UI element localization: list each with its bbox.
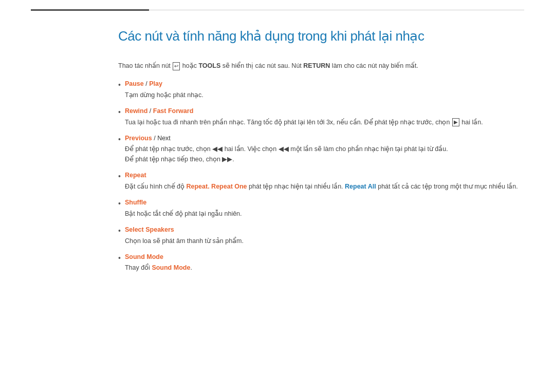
bullet-select-speakers: •	[118, 226, 121, 236]
play-icon-small: ▶	[452, 118, 459, 126]
repeat-desc-all: Repeat All	[345, 183, 376, 190]
list-item-repeat: • Repeat Đặt cấu hình chế độ Repeat. Rep…	[118, 171, 524, 192]
next-label: Next	[157, 135, 171, 142]
bullet-rewind: •	[118, 107, 121, 118]
bullet-pause-play: •	[118, 80, 121, 90]
bullet-sound-mode: •	[118, 253, 121, 264]
pause-label: Pause	[125, 80, 144, 87]
return-label: RETURN	[303, 62, 330, 69]
separator-previous: /	[152, 135, 157, 142]
shuffle-label: Shuffle	[125, 199, 146, 206]
fastforward-label: Fast Forward	[153, 107, 194, 115]
top-bar	[0, 0, 555, 11]
bullet-shuffle: •	[118, 198, 121, 209]
feature-title-sound-mode: Sound Mode	[125, 252, 524, 262]
list-item-previous-next: • Previous / Next Để phát tệp nhạc trước…	[118, 134, 524, 165]
top-bar-right-line	[149, 10, 524, 10]
feature-desc-sound-mode: Thay đổi Sound Mode.	[125, 263, 524, 273]
feature-title-shuffle: Shuffle	[125, 198, 524, 208]
feature-content-shuffle: Shuffle Bật hoặc tắt chế độ phát lại ngẫ…	[125, 198, 524, 219]
separator-pause-play: /	[144, 80, 149, 87]
feature-desc-pause-play: Tạm dừng hoặc phát nhạc.	[125, 90, 524, 100]
page-title: Các nút và tính năng khả dụng trong khi …	[118, 26, 524, 46]
top-bar-left-accent	[31, 9, 149, 11]
sound-mode-label: Sound Mode	[125, 253, 163, 260]
return-icon: ↩	[173, 62, 180, 70]
feature-title-previous: Previous / Next	[125, 134, 524, 143]
tools-label: TOOLS	[198, 62, 220, 69]
select-speakers-label: Select Speakers	[125, 226, 174, 233]
feature-content-repeat: Repeat Đặt cấu hình chế độ Repeat. Repea…	[125, 171, 524, 192]
feature-title-repeat: Repeat	[125, 171, 524, 180]
feature-content-rewind: Rewind / Fast Forward Tua lại hoặc tua đ…	[125, 106, 524, 127]
feature-content-sound-mode: Sound Mode Thay đổi Sound Mode.	[125, 252, 524, 273]
feature-title-select-speakers: Select Speakers	[125, 225, 524, 235]
feature-list: • Pause / Play Tạm dừng hoặc phát nhạc. …	[118, 79, 524, 273]
content-area: Các nút và tính năng khả dụng trong khi …	[0, 11, 555, 300]
repeat-desc-repeat: Repeat.	[186, 183, 209, 190]
feature-desc-select-speakers: Chọn loa sẽ phát âm thanh từ sản phẩm.	[125, 236, 524, 246]
feature-content-select-speakers: Select Speakers Chọn loa sẽ phát âm than…	[125, 225, 524, 246]
sound-mode-desc-highlight: Sound Mode	[152, 264, 190, 271]
list-item-rewind-fastforward: • Rewind / Fast Forward Tua lại hoặc tua…	[118, 106, 524, 127]
feature-desc-previous-line1: Để phát tệp nhạc trước, chọn ◀◀ hai lần.…	[125, 144, 524, 154]
feature-desc-shuffle: Bật hoặc tắt chế độ phát lại ngẫu nhiên.	[125, 209, 524, 219]
list-item-select-speakers: • Select Speakers Chọn loa sẽ phát âm th…	[118, 225, 524, 246]
previous-label: Previous	[125, 135, 152, 142]
list-item-shuffle: • Shuffle Bật hoặc tắt chế độ phát lại n…	[118, 198, 524, 219]
repeat-label: Repeat	[125, 172, 146, 179]
feature-content-previous: Previous / Next Để phát tệp nhạc trước, …	[125, 134, 524, 165]
repeat-desc-one: Repeat One	[211, 183, 247, 190]
feature-title-pause-play: Pause / Play	[125, 79, 524, 89]
separator-rewind: /	[147, 107, 153, 115]
list-item-pause-play: • Pause / Play Tạm dừng hoặc phát nhạc.	[118, 79, 524, 100]
bullet-previous: •	[118, 134, 121, 145]
feature-desc-previous-line2: Để phát tệp nhạc tiếp theo, chọn ▶▶.	[125, 154, 524, 164]
list-item-sound-mode: • Sound Mode Thay đổi Sound Mode.	[118, 252, 524, 273]
rewind-label: Rewind	[125, 107, 147, 115]
feature-desc-repeat: Đặt cấu hình chế độ Repeat. Repeat One p…	[125, 181, 524, 192]
play-label: Play	[149, 80, 162, 87]
feature-desc-rewind: Tua lại hoặc tua đi nhanh trên phần nhạc…	[125, 117, 524, 127]
page-container: Các nút và tính năng khả dụng trong khi …	[0, 0, 555, 392]
intro-text: Thao tác nhấn nút ↩ hoặc TOOLS sẽ hiển t…	[118, 61, 524, 71]
feature-content-pause-play: Pause / Play Tạm dừng hoặc phát nhạc.	[125, 79, 524, 100]
feature-title-rewind: Rewind / Fast Forward	[125, 106, 524, 116]
bullet-repeat: •	[118, 171, 121, 182]
